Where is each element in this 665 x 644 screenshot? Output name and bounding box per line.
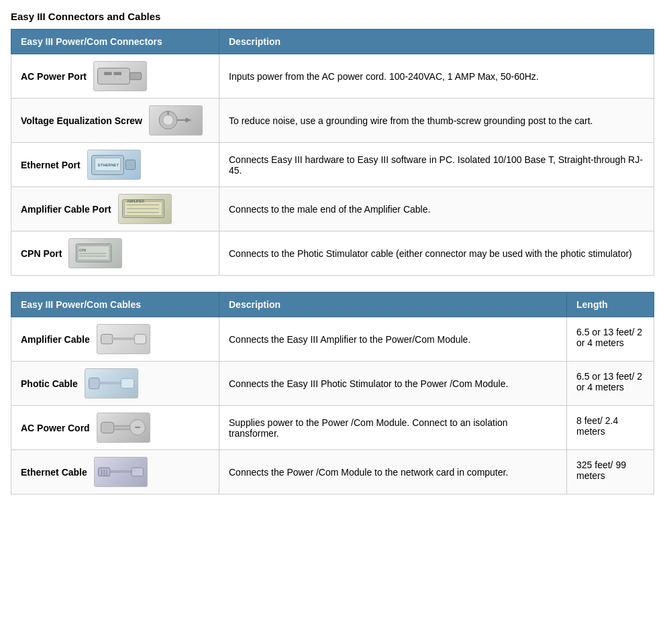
connector-name-cell: Voltage Equalization Screw xyxy=(21,105,209,136)
cable-name-cell: Ethernet Cable xyxy=(21,457,209,487)
connector-icon: ETHERNET xyxy=(87,150,141,180)
svg-text:CPN: CPN xyxy=(80,249,87,252)
cable-length: 6.5 or 13 feet/ 2 or 4 meters xyxy=(567,362,654,406)
cable-description: Connects the Easy III Amplifier to the P… xyxy=(219,317,567,362)
table-row: AC Power Cord Supplies power to the Powe… xyxy=(11,406,654,450)
connector-name: CPN Port xyxy=(21,248,62,259)
connector-description: Connects to the Photic Stimulator cable … xyxy=(219,231,654,276)
connector-name-cell: AC Power Port xyxy=(21,61,209,91)
connector-description: Connects to the male end of the Amplifie… xyxy=(219,187,654,231)
svg-marker-8 xyxy=(185,117,192,123)
svg-rect-20 xyxy=(79,246,110,260)
cable-description: Connects the Power /Com Module to the ne… xyxy=(219,450,567,494)
table-row: AC Power Port Inputs power from the AC p… xyxy=(11,54,654,99)
connector-name: Voltage Equalization Screw xyxy=(21,115,142,126)
cable-icon xyxy=(97,413,150,443)
cable-name: Photic Cable xyxy=(21,378,78,389)
cable-name: AC Power Cord xyxy=(21,423,90,433)
svg-rect-27 xyxy=(89,378,99,388)
connector-description: To reduce noise, use a grounding wire fr… xyxy=(219,99,654,143)
table-row: Photic Cable Connects the Easy III Photi… xyxy=(11,362,654,406)
connectors-table: Easy III Power/Com Connectors Descriptio… xyxy=(11,29,654,276)
svg-rect-0 xyxy=(98,68,130,85)
cable-description: Supplies power to the Power /Com Module.… xyxy=(219,406,567,450)
svg-rect-3 xyxy=(130,72,141,80)
svg-rect-24 xyxy=(101,334,112,343)
cables-col1-header: Easy III Power/Com Cables xyxy=(11,292,219,317)
svg-rect-2 xyxy=(113,72,121,75)
connector-icon xyxy=(149,105,203,136)
cable-name-cell: Photic Cable xyxy=(21,368,209,398)
connector-name: AC Power Port xyxy=(21,71,87,82)
table-row: CPN Port CPN Connects to the Photic Stim… xyxy=(11,231,654,276)
cable-length: 8 feet/ 2.4 meters xyxy=(567,406,654,450)
connector-icon: AMPLIFIER xyxy=(118,194,172,224)
connector-name: Amplifier Cable Port xyxy=(21,204,111,215)
cable-length: 6.5 or 13 feet/ 2 or 4 meters xyxy=(567,317,654,362)
connectors-col1-header: Easy III Power/Com Connectors xyxy=(11,30,219,54)
connectors-col2-header: Description xyxy=(219,30,654,54)
cable-name: Amplifier Cable xyxy=(21,334,90,345)
cable-icon xyxy=(97,324,150,354)
connector-name-cell: Amplifier Cable Port AMPLIFIER xyxy=(21,194,209,224)
table-row: Ethernet Cable Connects the Power /Com M… xyxy=(11,450,654,494)
svg-rect-26 xyxy=(134,334,146,343)
svg-text:AMPLIFIER: AMPLIFIER xyxy=(127,200,144,203)
cable-icon xyxy=(94,457,148,487)
cable-name: Ethernet Cable xyxy=(21,467,87,478)
svg-rect-37 xyxy=(132,468,143,476)
page-title: Easy III Connectors and Cables xyxy=(11,11,654,22)
connector-icon xyxy=(93,61,147,91)
svg-rect-30 xyxy=(101,422,113,433)
connector-name: Ethernet Port xyxy=(21,160,81,170)
table-row: Ethernet Port ETHERNET Connects Easy III… xyxy=(11,143,654,187)
table-row: Amplifier Cable Port AMPLIFIER Connects … xyxy=(11,187,654,231)
cable-length: 325 feet/ 99 meters xyxy=(567,450,654,494)
cables-col2-header: Description xyxy=(219,292,567,317)
table-row: Amplifier Cable Connects the Easy III Am… xyxy=(11,317,654,362)
cable-name-cell: AC Power Cord xyxy=(21,413,209,443)
cable-icon xyxy=(85,368,138,398)
connector-name-cell: Ethernet Port ETHERNET xyxy=(21,150,209,180)
svg-rect-1 xyxy=(104,72,111,75)
cables-table: Easy III Power/Com Cables Description Le… xyxy=(11,292,654,494)
svg-point-5 xyxy=(163,115,173,125)
connector-description: Connects Easy III hardware to Easy III s… xyxy=(219,143,654,187)
connector-icon: CPN xyxy=(68,238,122,268)
svg-text:ETHERNET: ETHERNET xyxy=(98,163,119,167)
connector-name-cell: CPN Port CPN xyxy=(21,238,209,268)
cables-col3-header: Length xyxy=(567,292,654,317)
cable-description: Connects the Easy III Photic Stimulator … xyxy=(219,362,567,406)
table-row: Voltage Equalization Screw To reduce noi… xyxy=(11,99,654,143)
connector-description: Inputs power from the AC power cord. 100… xyxy=(219,54,654,99)
cable-name-cell: Amplifier Cable xyxy=(21,324,209,354)
svg-rect-12 xyxy=(125,160,135,169)
svg-rect-29 xyxy=(121,378,134,388)
